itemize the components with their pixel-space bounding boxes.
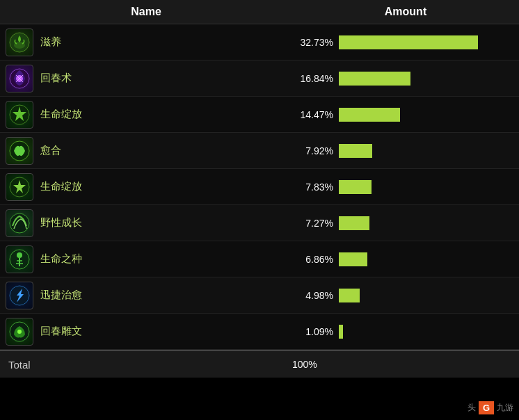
cell-amount-huichundiao: 1.09%	[292, 324, 519, 339]
bar-container-tziyang	[339, 35, 519, 50]
table-row: 回春术 16.84%	[0, 60, 519, 97]
bar-container-yuhe	[339, 143, 519, 159]
skill-svg-shengming1	[7, 102, 32, 127]
cell-name-tziyang: 滋养	[0, 29, 292, 56]
bar-shengmingzhi	[339, 252, 367, 266]
cell-name-shengming1: 生命绽放	[0, 101, 292, 129]
skill-icon-xunjie	[6, 282, 33, 309]
pct-huichundiao: 1.09%	[295, 326, 333, 337]
skill-name-yexing: 野性成长	[40, 216, 82, 229]
skill-svg-xunjie	[7, 283, 32, 308]
cell-name-shengming2: 生命绽放	[0, 173, 292, 201]
total-amount: 100%	[292, 359, 519, 370]
amount-column-header: Amount	[292, 6, 519, 18]
pct-yexing: 7.27%	[295, 218, 333, 229]
skill-name-tziyang: 滋养	[40, 35, 61, 49]
watermark-logo: G	[479, 401, 494, 414]
skill-icon-yuhe	[6, 137, 33, 165]
table-row: 生命绽放 14.47%	[0, 97, 519, 133]
skill-icon-shengmingzhi	[6, 245, 33, 273]
stats-table: Name Amount 滋养 32.73%	[0, 0, 519, 378]
skill-name-huichun: 回春术	[40, 72, 72, 85]
table-row: 生命之种 6.86%	[0, 241, 519, 277]
bar-xunjie	[339, 289, 360, 302]
skill-name-shengmingzhi: 生命之种	[40, 252, 82, 266]
skill-icon-shengming2	[6, 173, 33, 201]
skill-icon-huichundiao	[6, 318, 33, 346]
svg-point-12	[17, 330, 22, 334]
cell-name-xunjie: 迅捷治愈	[0, 282, 292, 309]
bar-yexing	[339, 216, 369, 230]
skill-svg-tziyang	[7, 30, 32, 55]
cell-amount-shengmingzhi: 6.86%	[292, 252, 519, 267]
cell-name-yuhe: 愈合	[0, 137, 292, 165]
name-column-header: Name	[0, 6, 292, 18]
skill-svg-yuhe	[7, 138, 32, 163]
bar-huichundiao	[339, 325, 343, 339]
bar-shengming1	[339, 108, 400, 122]
cell-amount-tziyang: 32.73%	[292, 35, 519, 50]
skill-svg-huichun	[7, 66, 32, 91]
table-header: Name Amount	[0, 0, 519, 24]
skill-svg-shengmingzhi	[7, 247, 32, 272]
bar-yuhe	[339, 144, 372, 158]
skill-icon-tziyang	[6, 29, 33, 56]
skill-name-huichundiao: 回春雕文	[40, 325, 82, 338]
table-body: 滋养 32.73% 回春术 16.84%	[0, 24, 519, 350]
bar-container-huichun	[339, 71, 519, 86]
watermark-prefix: 头	[468, 402, 476, 414]
skill-name-shengming1: 生命绽放	[40, 108, 82, 121]
skill-svg-huichundiao	[7, 319, 32, 344]
skill-name-shengming2: 生命绽放	[40, 180, 82, 193]
skill-name-xunjie: 迅捷治愈	[40, 289, 82, 302]
table-row: 迅捷治愈 4.98%	[0, 277, 519, 314]
pct-shengming1: 14.47%	[295, 109, 333, 120]
cell-amount-huichun: 16.84%	[292, 71, 519, 86]
bar-shengming2	[339, 180, 372, 194]
table-row: 回春雕文 1.09%	[0, 314, 519, 350]
total-label: Total	[0, 359, 292, 371]
total-row: Total 100%	[0, 350, 519, 378]
cell-name-shengmingzhi: 生命之种	[0, 245, 292, 273]
bar-container-xunjie	[339, 288, 519, 303]
svg-point-9	[17, 252, 22, 258]
bar-container-shengmingzhi	[339, 252, 519, 267]
table-row: 滋养 32.73%	[0, 24, 519, 60]
skill-svg-yexing	[7, 211, 32, 236]
cell-name-huichundiao: 回春雕文	[0, 318, 292, 346]
skill-icon-yexing	[6, 209, 33, 237]
cell-name-yexing: 野性成长	[0, 209, 292, 237]
bar-container-huichundiao	[339, 324, 519, 339]
bar-tziyang	[339, 35, 478, 49]
cell-amount-yexing: 7.27%	[292, 216, 519, 231]
bar-huichun	[339, 72, 410, 86]
skill-svg-shengming2	[7, 175, 32, 200]
cell-amount-shengming1: 14.47%	[292, 107, 519, 122]
bar-container-yexing	[339, 216, 519, 231]
watermark: 头 G 九游	[468, 401, 513, 414]
cell-amount-shengming2: 7.83%	[292, 179, 519, 195]
pct-huichun: 16.84%	[295, 73, 333, 84]
table-row: 野性成长 7.27%	[0, 205, 519, 241]
pct-xunjie: 4.98%	[295, 290, 333, 301]
skill-name-yuhe: 愈合	[40, 144, 61, 157]
pct-yuhe: 7.92%	[295, 145, 333, 156]
cell-name-huichun: 回春术	[0, 65, 292, 92]
pct-shengming2: 7.83%	[295, 181, 333, 193]
bar-container-shengming2	[339, 179, 519, 195]
skill-icon-shengming1	[6, 101, 33, 129]
table-row: 生命绽放 7.83%	[0, 169, 519, 205]
cell-amount-yuhe: 7.92%	[292, 143, 519, 159]
table-row: 愈合 7.92%	[0, 133, 519, 169]
pct-shengmingzhi: 6.86%	[295, 254, 333, 265]
cell-amount-xunjie: 4.98%	[292, 288, 519, 303]
watermark-text: 九游	[497, 402, 513, 414]
pct-tziyang: 32.73%	[295, 37, 333, 48]
bar-container-shengming1	[339, 107, 519, 122]
skill-icon-huichun	[6, 65, 33, 92]
